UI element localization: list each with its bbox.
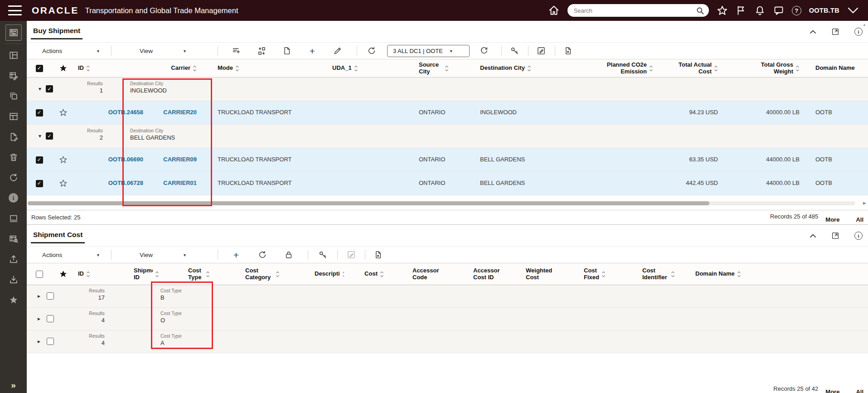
column-header-shipment-id[interactable]: Shipment ID [130,263,159,285]
sidebar-item-edit-table[interactable] [0,65,27,86]
column-header-destination-city[interactable]: Destination City [475,59,543,77]
sidebar-item-download[interactable] [0,269,27,290]
add-record-button[interactable]: + [307,46,318,56]
messages-chat-icon[interactable] [773,5,784,16]
more-button[interactable]: More [825,388,839,393]
collapse-panel-chevron-icon[interactable] [810,29,816,34]
sidebar-item-info[interactable]: i [0,188,27,208]
column-header-cost[interactable]: Cost [344,263,385,285]
column-header-accessor-cost-id[interactable]: Accessor Cost ID [439,263,500,285]
column-header-cost-identifier[interactable]: Cost Identifier [611,263,677,285]
sidebar-item-upload[interactable] [0,249,27,269]
carrier-link[interactable]: CARRIER20 [163,109,197,116]
shipment-id-link[interactable]: OOTB.06690 [108,156,143,163]
horizontal-scrollbar[interactable]: ▶ [27,201,868,206]
panel-info-icon[interactable]: i [854,232,863,240]
column-header-total-actual-cost[interactable]: Total Actual Cost [657,59,723,77]
sidebar-item-edit-document[interactable] [0,126,27,147]
sidebar-item-delete[interactable] [0,147,27,167]
search-box[interactable] [567,4,709,17]
column-header-id[interactable]: ID [74,263,130,285]
column-header-planned-co2e[interactable]: Planned CO2e Emission [543,59,657,77]
user-menu-chevron-down-icon[interactable] [847,7,859,14]
group-checkbox[interactable]: ✓ [46,132,53,140]
scrollbar-right-arrow[interactable]: ▶ [863,201,866,205]
view-button[interactable]: View▾ [135,252,190,258]
export-document-icon[interactable] [563,46,573,55]
expand-group-caret-icon[interactable]: ▸ [38,315,40,322]
column-header-domain-name[interactable]: Domain Name [677,263,868,285]
help-icon[interactable]: ? [792,6,801,15]
column-header-source-city[interactable]: Source City [414,59,475,77]
all-button[interactable]: All [856,388,863,393]
new-document-icon[interactable] [281,46,292,55]
actions-button[interactable]: Actions▾ [38,252,104,258]
lock-icon[interactable] [283,250,294,259]
notifications-bell-icon[interactable] [754,5,766,16]
buy-shipment-tab[interactable]: Buy Shipment [31,21,82,39]
select-all-checkbox[interactable]: ✓ [36,65,43,72]
column-header-mode[interactable]: Mode [213,59,312,77]
all-button[interactable]: All [856,216,863,223]
search-icon[interactable] [696,6,704,15]
collapse-panel-chevron-icon[interactable] [810,233,816,238]
refresh-results-icon[interactable] [257,250,268,259]
column-header-weighted-cost[interactable]: Weighted Cost [500,263,553,285]
column-header-cost-fixed[interactable]: Cost Fixed [553,263,611,285]
group-checkbox[interactable] [47,292,54,300]
column-header-uda1[interactable]: UDA_1 [312,59,414,77]
column-header-description[interactable]: Description [285,263,344,285]
group-checkbox[interactable] [47,338,54,345]
sidebar-item-monitor[interactable] [0,208,27,228]
actions-button[interactable]: Actions▾ [38,48,104,54]
reorder-columns-icon[interactable] [256,46,267,56]
column-header-id[interactable]: ID [74,59,147,77]
row-checkbox[interactable]: ✓ [36,109,43,116]
sidebar-item-copy[interactable] [0,86,27,106]
group-checkbox[interactable]: ✓ [46,85,53,92]
column-header-accessor-code[interactable]: Accessor Code [385,263,439,285]
column-header-cost-category[interactable]: Cost Category [217,263,285,285]
home-icon[interactable] [548,5,560,16]
scrollbar-thumb[interactable] [28,201,709,205]
filter-add-icon[interactable] [231,46,242,56]
select-all-checkbox[interactable] [36,271,43,278]
row-checkbox[interactable]: ✓ [36,156,43,164]
view-button[interactable]: View▾ [135,48,190,54]
open-in-window-icon[interactable] [831,28,839,36]
shipment-id-link[interactable]: OOTB.24658 [108,109,143,116]
sidebar-item-panel-layout[interactable] [0,106,27,126]
hamburger-menu-icon[interactable] [8,5,22,15]
sidebar-item-shipment-workbench[interactable] [5,24,22,41]
user-menu-label[interactable]: OOTB.TB [809,7,839,14]
row-checkbox[interactable]: ✓ [36,180,43,187]
expand-group-caret-icon[interactable]: ▸ [38,293,40,299]
collapse-group-caret-icon[interactable]: ▾ [39,133,41,139]
add-record-button[interactable]: + [231,250,242,260]
sidebar-item-table-search[interactable] [0,228,27,249]
sidebar-item-favorites[interactable] [0,290,27,310]
group-checkbox[interactable] [47,315,54,322]
favorites-star-icon[interactable] [717,5,728,16]
more-button[interactable]: More [825,216,839,223]
carrier-link[interactable]: CARRIER09 [163,156,197,163]
saved-search-dropdown[interactable]: 3 ALL DC1 | OOTE▾ [387,45,470,57]
flag-icon[interactable] [736,5,747,16]
vertical-scrollbar-up[interactable]: ▲ [863,23,866,27]
key-icon[interactable] [317,250,328,259]
edit-in-form-icon[interactable] [536,46,547,55]
panel-info-icon[interactable]: i [854,28,863,36]
column-header-total-gross-weight[interactable]: Total Gross Weight [723,59,804,77]
row-favorite-star-icon[interactable] [52,148,74,171]
export-document-icon[interactable] [373,250,383,259]
sidebar-item-page-layout[interactable] [0,45,27,65]
edit-pencil-icon[interactable] [332,46,343,55]
row-favorite-star-icon[interactable] [52,101,74,124]
table-row[interactable]: ✓ OOTB.24658 CARRIER20 TRUCKLOAD TRANSPO… [27,101,868,125]
rerun-search-icon[interactable] [479,46,490,55]
row-favorite-star-icon[interactable] [52,172,74,195]
sidebar-item-refresh[interactable] [0,167,27,188]
search-input[interactable] [574,7,696,14]
column-header-carrier[interactable]: Carrier [147,59,213,77]
expand-group-caret-icon[interactable]: ▸ [38,338,40,344]
